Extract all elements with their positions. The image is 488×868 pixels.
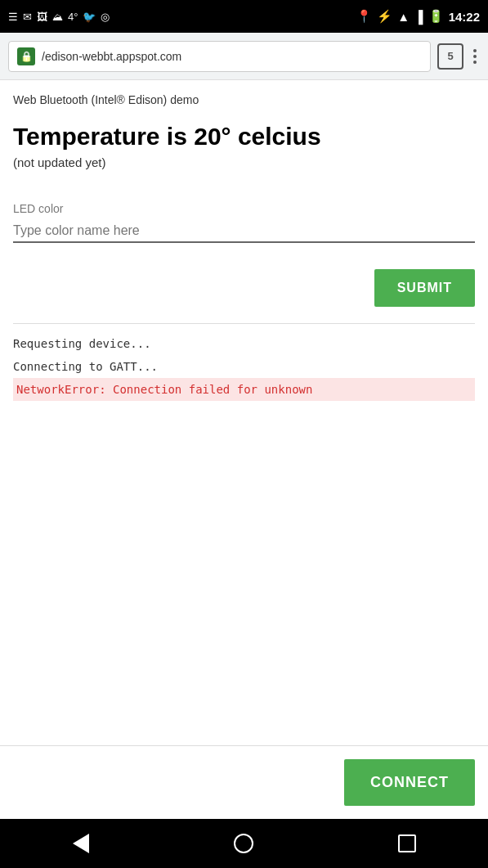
submit-row: SUBMIT	[13, 269, 475, 307]
status-icons-right: 📍 ⚡ ▲ ▐ 🔋 14:22	[356, 9, 480, 24]
page-content: Web Bluetooth (Intel® Edison) demo Tempe…	[0, 80, 488, 745]
led-section: LED color	[13, 202, 475, 243]
home-button[interactable]	[234, 834, 253, 853]
battery-icon: 🔋	[428, 9, 444, 24]
log-line-1: Requesting device...	[13, 332, 475, 355]
recents-button[interactable]	[398, 834, 416, 852]
submit-button[interactable]: SUBMIT	[374, 269, 475, 307]
page-subtitle: Web Bluetooth (Intel® Edison) demo	[13, 93, 475, 106]
led-color-input[interactable]	[13, 220, 475, 243]
clock: 14:22	[449, 10, 480, 24]
back-icon	[73, 834, 89, 853]
status-bar: ☰ ✉ 🖼 ⛰ 4° 🐦 ◎ 📍 ⚡ ▲ ▐ 🔋 14:22	[0, 0, 488, 33]
twitter-icon: 🐦	[83, 11, 96, 23]
email-icon: ✉	[23, 11, 32, 23]
home-icon	[234, 834, 253, 853]
bottom-nav	[0, 819, 488, 868]
led-color-label: LED color	[13, 202, 475, 215]
temperature-note: (not updated yet)	[13, 155, 475, 169]
mountain-icon: ⛰	[52, 11, 63, 23]
menu-icon: ☰	[8, 11, 18, 23]
log-line-2: Connecting to GATT...	[13, 355, 475, 378]
bluetooth-icon: ⚡	[377, 9, 392, 24]
log-line-3-error: NetworkError: Connection failed for unkn…	[13, 378, 475, 401]
status-icons-left: ☰ ✉ 🖼 ⛰ 4° 🐦 ◎	[8, 11, 110, 23]
tab-count[interactable]: 5	[437, 43, 463, 70]
image-icon: 🖼	[37, 11, 47, 23]
location-icon: 📍	[356, 9, 372, 24]
lock-icon	[17, 47, 35, 65]
recents-icon	[398, 834, 416, 852]
back-button[interactable]	[73, 834, 89, 853]
connect-button[interactable]: CONNECT	[344, 759, 475, 806]
chrome-icon: ◎	[101, 11, 110, 23]
wifi-icon: ▲	[397, 10, 410, 24]
temp-icon: 4°	[68, 11, 78, 23]
log-section: Requesting device... Connecting to GATT.…	[13, 323, 475, 409]
address-field[interactable]: /edison-webbt.appspot.com	[8, 41, 431, 72]
temperature-heading: Temperature is 20° celcius	[13, 123, 475, 151]
url-text: /edison-webbt.appspot.com	[42, 50, 422, 63]
address-bar: /edison-webbt.appspot.com 5	[0, 33, 488, 80]
overflow-menu-button[interactable]	[470, 46, 480, 67]
connect-row: CONNECT	[0, 745, 488, 819]
signal-icon: ▐	[414, 10, 423, 24]
